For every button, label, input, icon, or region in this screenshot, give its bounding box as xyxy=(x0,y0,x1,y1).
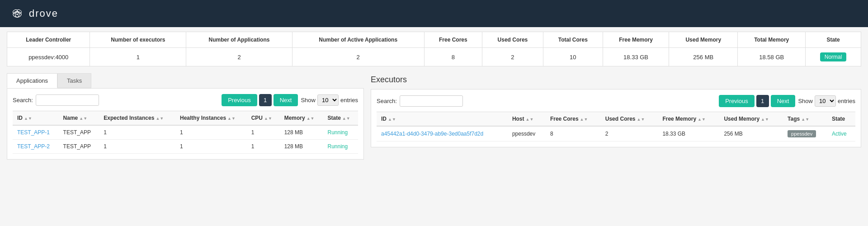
exec-col-free-cores: Free Cores▲▼ xyxy=(546,112,601,127)
app-memory: 128 MB xyxy=(280,125,323,140)
app-cpu: 1 xyxy=(247,125,280,140)
left-panel: Applications Tasks Search: Previous 1 Ne… xyxy=(7,73,364,160)
exec-id[interactable]: a45442a1-d4d0-3479-ab9e-3ed0aa5f7d2d xyxy=(377,126,508,141)
apps-table: ID▲▼ Name▲▼ Expected Instances▲▼ Healthy… xyxy=(13,111,358,154)
exec-next-button[interactable]: Next xyxy=(771,95,796,107)
apps-next-button[interactable]: Next xyxy=(274,94,298,106)
panels: Applications Tasks Search: Previous 1 Ne… xyxy=(7,73,861,160)
sort-arrows-state: ▲▼ xyxy=(342,116,350,121)
app-memory: 128 MB xyxy=(280,140,323,154)
apps-col-healthy: Healthy Instances▲▼ xyxy=(175,111,247,126)
apps-show-label: Show xyxy=(301,97,316,104)
tab-tasks[interactable]: Tasks xyxy=(57,73,91,88)
col-free-memory: Free Memory xyxy=(603,32,669,48)
exec-col-free-memory: Free Memory▲▼ xyxy=(658,112,719,127)
exec-show-group: Show 10 25 50 entries xyxy=(798,95,855,107)
exec-prev-button[interactable]: Previous xyxy=(719,95,755,107)
exec-search-group: Search: xyxy=(377,95,463,107)
apps-col-name: Name▲▼ xyxy=(59,111,99,126)
apps-prev-button[interactable]: Previous xyxy=(222,94,257,106)
exec-free-cores: 8 xyxy=(546,126,601,141)
exec-col-state: State xyxy=(827,112,855,127)
exec-tag: ppessdev xyxy=(783,126,827,141)
apps-page-button[interactable]: 1 xyxy=(259,94,272,106)
apps-entries-select[interactable]: 10 25 50 xyxy=(317,94,339,106)
col-used-memory: Used Memory xyxy=(669,32,738,48)
app-cpu: 1 xyxy=(247,140,280,154)
summary-num-active-applications: 2 xyxy=(292,48,424,66)
table-row: a45442a1-d4d0-3479-ab9e-3ed0aa5f7d2d ppe… xyxy=(377,126,855,141)
exec-search-input[interactable] xyxy=(400,95,463,107)
apps-show-group: Show 10 25 50 entries xyxy=(301,94,358,106)
col-leader-controller: Leader Controller xyxy=(7,32,90,48)
exec-used-cores: 2 xyxy=(601,126,658,141)
logo: drove xyxy=(9,5,58,22)
apps-entries-label: entries xyxy=(340,97,358,104)
col-total-cores: Total Cores xyxy=(543,32,603,48)
exec-table: ID▲▼ Host▲▼ Free Cores▲▼ Used Cores▲▼ Fr… xyxy=(377,112,855,141)
sort-arrows-name: ▲▼ xyxy=(79,116,87,121)
app-id[interactable]: TEST_APP-1 xyxy=(13,125,59,140)
app-id[interactable]: TEST_APP-2 xyxy=(13,140,59,154)
col-free-cores: Free Cores xyxy=(424,32,482,48)
applications-panel-box: Search: Previous 1 Next Show 10 xyxy=(7,88,364,160)
app-state: Running xyxy=(323,140,358,154)
summary-free-memory: 18.33 GB xyxy=(603,48,669,66)
exec-host: ppessdev xyxy=(508,126,546,141)
col-state: State xyxy=(806,32,861,48)
state-badge-normal: Normal xyxy=(820,52,847,61)
sort-arrows-expected: ▲▼ xyxy=(156,116,164,121)
col-num-executors: Number of executors xyxy=(90,32,186,48)
exec-entries-label: entries xyxy=(838,98,855,104)
col-num-applications: Number of Applications xyxy=(186,32,292,48)
col-num-active-applications: Number of Active Applications xyxy=(292,32,424,48)
exec-entries-select[interactable]: 10 25 50 xyxy=(815,95,836,107)
logo-icon xyxy=(9,5,25,22)
exec-col-tags: Tags▲▼ xyxy=(783,112,827,127)
sort-arrows-healthy: ▲▼ xyxy=(227,116,236,121)
exec-sort-tags: ▲▼ xyxy=(801,117,809,122)
exec-sort-used-cores: ▲▼ xyxy=(637,117,645,122)
summary-used-memory: 256 MB xyxy=(669,48,738,66)
sort-arrows-cpu: ▲▼ xyxy=(264,116,272,121)
summary-leader-controller: ppessdev:4000 xyxy=(7,48,90,66)
apps-col-cpu: CPU▲▼ xyxy=(247,111,280,126)
col-total-memory: Total Memory xyxy=(738,32,806,48)
summary-used-cores: 2 xyxy=(482,48,543,66)
executors-panel-box: Search: Previous 1 Next Show 10 xyxy=(371,89,861,147)
exec-free-memory: 18.33 GB xyxy=(658,126,719,141)
main-content: Leader Controller Number of executors Nu… xyxy=(0,27,868,164)
table-row: TEST_APP-2 TEST_APP 1 1 1 128 MB Running xyxy=(13,140,358,154)
table-row: TEST_APP-1 TEST_APP 1 1 1 128 MB Running xyxy=(13,125,358,140)
tab-applications[interactable]: Applications xyxy=(7,73,57,88)
app-expected-instances: 1 xyxy=(99,140,175,154)
apps-search-input[interactable] xyxy=(36,94,99,106)
app-state: Running xyxy=(323,125,358,140)
apps-col-memory: Memory▲▼ xyxy=(280,111,323,126)
sort-arrows-memory: ▲▼ xyxy=(307,116,315,121)
apps-search-group: Search: xyxy=(13,94,99,106)
summary-row: ppessdev:4000 1 2 2 8 2 10 18.33 GB 256 … xyxy=(7,48,861,66)
exec-pagination: Previous 1 Next xyxy=(719,95,795,107)
apps-pagination: Previous 1 Next xyxy=(222,94,298,106)
summary-total-memory: 18.58 GB xyxy=(738,48,806,66)
app-healthy-instances: 1 xyxy=(175,125,247,140)
exec-sort-free-cores: ▲▼ xyxy=(580,117,588,122)
exec-used-memory: 256 MB xyxy=(719,126,783,141)
exec-col-host: Host▲▼ xyxy=(508,112,546,127)
logo-text: drove xyxy=(29,8,58,19)
exec-col-used-cores: Used Cores▲▼ xyxy=(601,112,658,127)
exec-controls-row: Search: Previous 1 Next Show 10 xyxy=(377,95,855,107)
summary-state: Normal xyxy=(806,48,861,66)
summary-num-executors: 1 xyxy=(90,48,186,66)
exec-sort-id: ▲▼ xyxy=(388,117,396,122)
exec-col-id: ID▲▼ xyxy=(377,112,508,127)
col-used-cores: Used Cores xyxy=(482,32,543,48)
summary-num-applications: 2 xyxy=(186,48,292,66)
sort-arrows-id: ▲▼ xyxy=(24,116,32,121)
apps-col-id: ID▲▼ xyxy=(13,111,59,126)
app-name: TEST_APP xyxy=(59,125,99,140)
apps-col-state: State▲▼ xyxy=(323,111,358,126)
header: drove xyxy=(0,0,868,27)
exec-page-button[interactable]: 1 xyxy=(756,95,769,107)
